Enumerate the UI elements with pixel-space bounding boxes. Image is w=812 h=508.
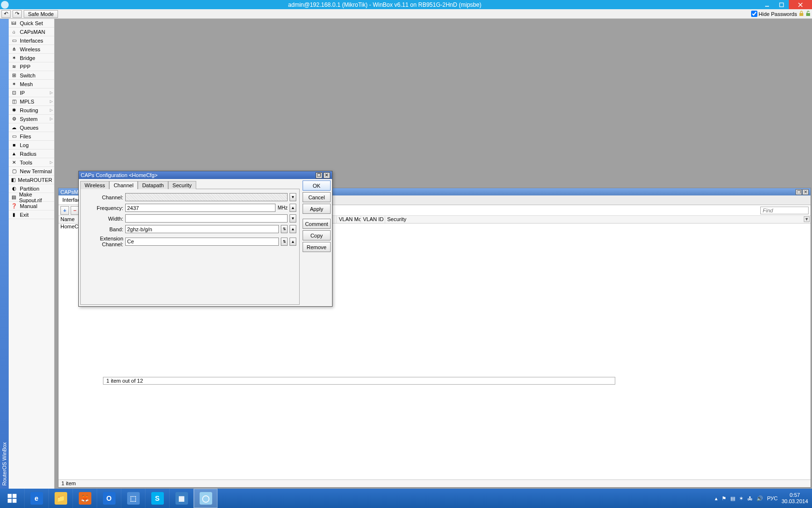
taskbar-item-app2[interactable]: ▦ xyxy=(169,489,193,508)
menu-item-queues[interactable]: ☁Queues xyxy=(9,123,54,132)
menu-item-system[interactable]: ⚙System▷ xyxy=(9,115,54,123)
flag-icon[interactable]: ⚑ xyxy=(722,495,726,502)
dialog-titlebar[interactable]: CAPs Configuration <HomeCfg> ❐ ✕ xyxy=(79,171,332,179)
menu-item-routing[interactable]: ✱Routing▷ xyxy=(9,106,54,115)
svg-rect-8 xyxy=(13,494,16,498)
menu-label: System xyxy=(20,116,38,122)
channel-dropdown[interactable] xyxy=(125,193,288,201)
menu-icon: 🜲 xyxy=(11,20,17,27)
taskbar-item-ie[interactable]: e xyxy=(24,489,48,508)
language-indicator[interactable]: РУС xyxy=(767,495,778,501)
menu-item-new-terminal[interactable]: ▢New Terminal xyxy=(9,167,54,176)
menu-item-exit[interactable]: ▮Exit xyxy=(9,210,54,219)
volume-icon[interactable]: 🔊 xyxy=(756,495,763,502)
menu-item-interfaces[interactable]: ▭Interfaces xyxy=(9,36,54,45)
menu-item-tools[interactable]: ✕Tools▷ xyxy=(9,158,54,167)
menu-item-files[interactable]: ▭Files xyxy=(9,132,54,141)
dialog-restore-button[interactable]: ❐ xyxy=(316,172,322,179)
dialog-close-button[interactable]: ✕ xyxy=(323,172,330,179)
menu-icon: ▭ xyxy=(11,37,17,44)
frequency-label: Frequency: xyxy=(84,205,123,211)
menu-item-mpls[interactable]: ◫MPLS▷ xyxy=(9,97,54,106)
column-header[interactable]: VLAN Mo... xyxy=(337,216,361,223)
band-label: Band: xyxy=(84,226,123,232)
band-stepper-icon[interactable]: ⇅ xyxy=(281,225,288,233)
menu-item-ppp[interactable]: ≋PPP xyxy=(9,62,54,71)
menu-item-capsman[interactable]: ⌂CAPsMAN xyxy=(9,28,54,36)
menu-label: Exit xyxy=(20,212,29,218)
hide-passwords-checkbox[interactable]: Hide Passwords xyxy=(751,11,797,17)
winbox-icon: ◯ xyxy=(200,492,212,505)
menu-label: Switch xyxy=(20,73,35,78)
taskbar-item-skype[interactable]: S xyxy=(145,489,169,508)
menu-item-quick-set[interactable]: 🜲Quick Set xyxy=(9,19,54,28)
undo-button[interactable]: ↶ xyxy=(1,10,11,18)
ext-stepper-icon[interactable]: ⇅ xyxy=(281,238,288,246)
taskbar-item-app1[interactable]: ⬚ xyxy=(121,489,145,508)
menu-item-switch[interactable]: ⊞Switch xyxy=(9,71,54,80)
tray-icon-2[interactable]: ✶ xyxy=(739,495,743,502)
width-dropdown[interactable] xyxy=(125,214,288,223)
menu-item-radius[interactable]: ▲Radius xyxy=(9,149,54,158)
channel-label: Channel: xyxy=(84,194,123,200)
width-dropdown-arrow[interactable]: ▼ xyxy=(290,214,296,223)
redo-button[interactable]: ↷ xyxy=(13,10,22,18)
close-button[interactable] xyxy=(789,0,812,9)
menu-item-wireless[interactable]: ⋔Wireless xyxy=(9,45,54,54)
column-header[interactable]: VLAN ID xyxy=(361,216,385,223)
maximize-button[interactable] xyxy=(774,0,789,9)
start-button[interactable] xyxy=(0,489,24,508)
ext-channel-input[interactable] xyxy=(125,238,279,246)
clock-date: 30.03.2014 xyxy=(782,498,808,505)
frequency-up-icon[interactable]: ▲ xyxy=(290,204,296,212)
menu-icon: ⋔ xyxy=(11,46,17,53)
comment-button[interactable]: Comment xyxy=(303,219,331,229)
add-button[interactable]: + xyxy=(60,206,69,215)
ok-button[interactable]: OK xyxy=(303,180,331,191)
apply-button[interactable]: Apply xyxy=(303,204,331,214)
svg-rect-7 xyxy=(8,494,12,498)
network-icon[interactable]: 🖧 xyxy=(747,495,753,501)
outlook-icon: O xyxy=(103,492,116,505)
menu-icon: ≋ xyxy=(11,63,17,70)
cancel-button[interactable]: Cancel xyxy=(303,192,331,202)
remove-dialog-button[interactable]: Remove xyxy=(303,242,331,252)
clock[interactable]: 0:57 30.03.2014 xyxy=(782,492,808,505)
clock-time: 0:57 xyxy=(782,492,808,498)
taskbar-item-winbox[interactable]: ◯ xyxy=(193,489,218,508)
taskbar-item-firefox[interactable]: 🦊 xyxy=(72,489,97,508)
ext-up-icon[interactable]: ▲ xyxy=(290,238,296,246)
tab-wireless[interactable]: Wireless xyxy=(80,181,109,189)
taskbar-item-outlook[interactable]: O xyxy=(97,489,121,508)
channel-dropdown-arrow[interactable]: ▼ xyxy=(290,193,296,201)
minimize-button[interactable] xyxy=(760,0,774,9)
band-up-icon[interactable]: ▲ xyxy=(290,225,296,233)
capsman-restore-button[interactable]: ❐ xyxy=(796,189,802,195)
band-input[interactable] xyxy=(125,225,279,233)
safe-mode-button[interactable]: Safe Mode xyxy=(24,10,58,18)
menu-item-ip[interactable]: ⊡IP▷ xyxy=(9,89,54,97)
menu-item-manual[interactable]: ❓Manual xyxy=(9,202,54,210)
capsman-close-button[interactable]: ✕ xyxy=(802,189,809,195)
hide-passwords-input[interactable] xyxy=(751,11,757,17)
column-menu-icon[interactable]: ▼ xyxy=(804,216,810,222)
menu-item-log[interactable]: ■Log xyxy=(9,141,54,149)
tab-datapath[interactable]: Datapath xyxy=(138,181,168,189)
menu-item-mesh[interactable]: ✴Mesh xyxy=(9,80,54,89)
tray-expand-icon[interactable]: ▴ xyxy=(715,495,718,502)
menu-item-make-supout-rif[interactable]: ▤Make Supout.rif xyxy=(9,193,54,202)
find-input[interactable] xyxy=(760,207,809,214)
tray-icon-1[interactable]: ▤ xyxy=(730,495,735,502)
menu-item-bridge[interactable]: ✶Bridge xyxy=(9,54,54,62)
column-header[interactable]: Security▼ xyxy=(385,216,811,223)
menu-label: Partition xyxy=(20,186,39,192)
taskbar-item-explorer[interactable]: 📁 xyxy=(48,489,72,508)
frequency-input[interactable] xyxy=(125,204,276,212)
menu-item-metarouter[interactable]: ◧MetaROUTER xyxy=(9,176,54,184)
dialog-title: CAPs Configuration <HomeCfg> xyxy=(81,172,158,178)
tab-channel[interactable]: Channel xyxy=(109,181,138,189)
table-cell xyxy=(361,224,385,230)
copy-button[interactable]: Copy xyxy=(303,230,331,240)
tab-security[interactable]: Security xyxy=(168,181,196,189)
menu-label: Manual xyxy=(20,203,37,209)
